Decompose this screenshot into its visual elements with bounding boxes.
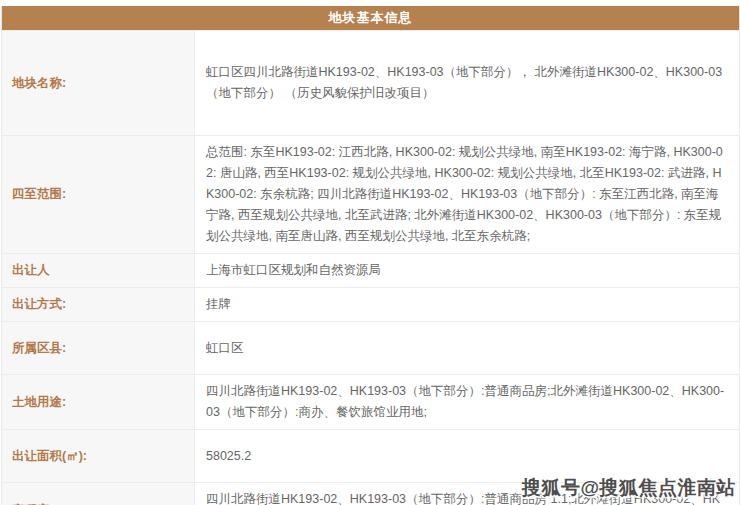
table-row-parcel-name: 地块名称: 虹口区四川北路街道HK193-02、HK193-03（地下部分）， …: [2, 30, 739, 135]
page: 地块基本信息 地块名称: 虹口区四川北路街道HK193-02、HK193-03（…: [0, 0, 740, 505]
row-label: 容积率:: [2, 483, 195, 505]
row-value: 上海市虹口区规划和自然资源局: [195, 254, 739, 287]
row-label: 出让方式:: [2, 288, 195, 321]
row-value: 总范围: 东至HK193-02: 江西北路, HK300-02: 规划公共绿地,…: [195, 136, 739, 253]
table-row-plot-ratio: 容积率: 四川北路街道HK193-02、HK193-03（地下部分）:普通商品房…: [2, 482, 739, 505]
row-label: 地块名称:: [2, 31, 195, 135]
row-label: 四至范围:: [2, 136, 195, 253]
parcel-info-table: 地块基本信息 地块名称: 虹口区四川北路街道HK193-02、HK193-03（…: [1, 6, 740, 505]
row-value: 虹口区: [195, 322, 739, 374]
row-value: 四川北路街道HK193-02、HK193-03（地下部分）:普通商品房 1.1;…: [195, 483, 739, 505]
table-row-transfer-method: 出让方式: 挂牌: [2, 287, 739, 321]
row-label: 出让面积(㎡):: [2, 430, 195, 482]
table-row-district: 所属区县: 虹口区: [2, 321, 739, 374]
row-label: 所属区县:: [2, 322, 195, 374]
table-row-land-use: 土地用途: 四川北路街道HK193-02、HK193-03（地下部分）:普通商品…: [2, 374, 739, 429]
table-row-transfer-area: 出让面积(㎡): 58025.2: [2, 429, 739, 482]
table-row-seller: 出让人 上海市虹口区规划和自然资源局: [2, 253, 739, 287]
row-value: 虹口区四川北路街道HK193-02、HK193-03（地下部分）， 北外滩街道H…: [195, 31, 739, 135]
row-label: 出让人: [2, 254, 195, 287]
row-value: 挂牌: [195, 288, 739, 321]
table-row-boundaries: 四至范围: 总范围: 东至HK193-02: 江西北路, HK300-02: 规…: [2, 135, 739, 253]
row-label: 土地用途:: [2, 375, 195, 429]
table-title: 地块基本信息: [2, 6, 739, 30]
row-value: 四川北路街道HK193-02、HK193-03（地下部分）:普通商品房;北外滩街…: [195, 375, 739, 429]
row-value: 58025.2: [195, 430, 739, 482]
